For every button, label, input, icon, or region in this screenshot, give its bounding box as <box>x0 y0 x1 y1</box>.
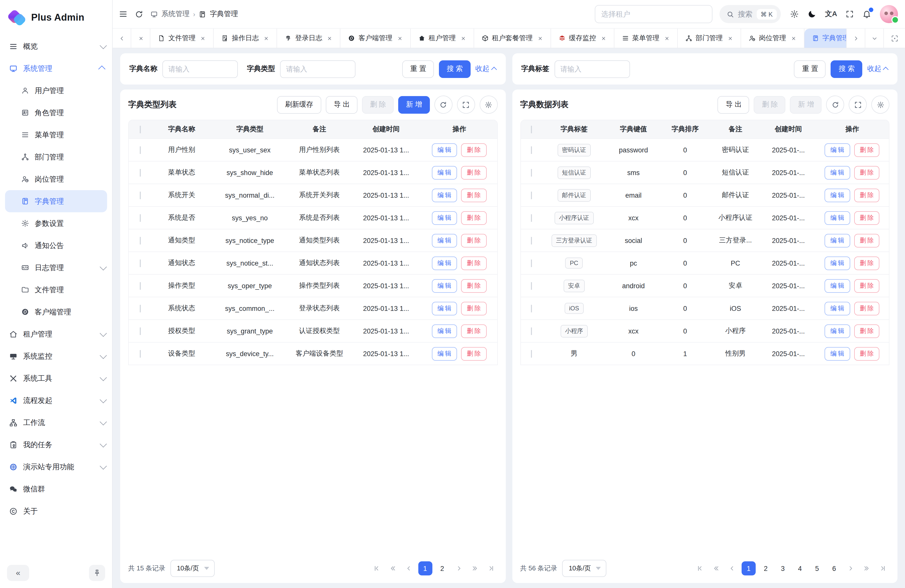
tab-close-icon[interactable] <box>727 35 733 41</box>
tab[interactable]: 操作日志 <box>214 29 277 48</box>
sidebar-collapse-button[interactable]: « <box>7 565 29 581</box>
row-checkbox[interactable] <box>531 282 532 289</box>
tab[interactable]: 部门管理 <box>678 29 741 48</box>
search-button[interactable]: 搜索 <box>439 60 470 78</box>
tab-close-icon[interactable] <box>600 35 606 41</box>
sidebar-item[interactable]: 租户管理 <box>0 323 112 345</box>
delete-button[interactable]: 删除 <box>461 279 487 292</box>
column-settings-gear-icon[interactable] <box>871 95 889 114</box>
sidebar-item[interactable]: 关于 <box>0 500 112 522</box>
toolbar-button[interactable]: 新增 <box>398 96 430 113</box>
delete-button[interactable]: 删除 <box>461 324 487 338</box>
delete-button[interactable]: 删除 <box>854 279 880 292</box>
page-size-select[interactable]: 10条/页 <box>170 560 214 577</box>
row-checkbox[interactable] <box>140 146 141 154</box>
tab-close-icon[interactable] <box>200 35 206 41</box>
sidebar-item[interactable]: 我的任务 <box>0 434 112 456</box>
page-number[interactable]: 5 <box>810 561 824 575</box>
delete-button[interactable]: 删除 <box>854 188 880 202</box>
settings-gear-icon[interactable] <box>790 10 799 19</box>
row-checkbox[interactable] <box>531 237 532 244</box>
expand-icon[interactable] <box>849 95 867 114</box>
tabs-scroll-right-icon[interactable] <box>846 29 865 48</box>
delete-button[interactable]: 删除 <box>854 302 880 315</box>
tab[interactable]: 客户端管理 <box>340 29 411 48</box>
delete-button[interactable]: 删除 <box>461 347 487 361</box>
sidebar-item[interactable]: 角色管理 <box>0 102 112 124</box>
row-checkbox[interactable] <box>531 259 532 267</box>
tabs-scroll-left-icon[interactable] <box>113 29 131 48</box>
reset-button[interactable]: 重置 <box>402 60 434 78</box>
collapse-filter-link[interactable]: 收起 <box>475 64 497 73</box>
toolbar-button[interactable]: 导出 <box>326 96 357 113</box>
toolbar-button[interactable]: 刷新缓存 <box>277 96 321 113</box>
tab[interactable]: 文件管理 <box>150 29 214 48</box>
edit-button[interactable]: 编辑 <box>432 279 457 292</box>
row-checkbox[interactable] <box>531 327 532 335</box>
edit-button[interactable]: 编辑 <box>825 234 850 247</box>
sidebar-item[interactable]: 系统管理 <box>0 57 112 79</box>
sidebar-item[interactable]: 流程发起 <box>0 389 112 412</box>
sidebar-item[interactable]: 演示站专用功能 <box>0 456 112 478</box>
delete-button[interactable]: 删除 <box>461 188 487 202</box>
delete-button[interactable]: 删除 <box>854 347 880 361</box>
edit-button[interactable]: 编辑 <box>432 256 457 270</box>
row-checkbox[interactable] <box>140 259 141 267</box>
menu-toggle-icon[interactable] <box>119 10 128 19</box>
edit-button[interactable]: 编辑 <box>825 347 850 361</box>
next-page-icon[interactable] <box>844 562 857 575</box>
toolbar-button[interactable]: 新增 <box>790 96 822 113</box>
edit-button[interactable]: 编辑 <box>825 166 850 179</box>
row-checkbox[interactable] <box>140 305 141 312</box>
dict-type-input[interactable] <box>280 60 356 78</box>
row-checkbox[interactable] <box>140 169 141 176</box>
row-checkbox[interactable] <box>531 305 532 312</box>
delete-button[interactable]: 删除 <box>461 166 487 179</box>
row-checkbox[interactable] <box>531 191 532 199</box>
next-group-icon[interactable] <box>468 562 481 575</box>
breadcrumb-item[interactable]: 系统管理 <box>161 10 189 19</box>
sidebar-item[interactable]: 工作流 <box>0 412 112 434</box>
reset-button[interactable]: 重置 <box>794 60 826 78</box>
sidebar-item[interactable]: 微信群 <box>0 478 112 500</box>
user-avatar[interactable] <box>880 5 898 23</box>
fullscreen-icon[interactable] <box>846 10 854 18</box>
prev-page-icon[interactable] <box>726 562 738 575</box>
delete-button[interactable]: 删除 <box>854 234 880 247</box>
sidebar-item[interactable]: 概览 <box>0 35 112 57</box>
edit-button[interactable]: 编辑 <box>825 279 850 292</box>
tab-close-icon[interactable] <box>664 35 670 41</box>
refresh-icon[interactable] <box>434 95 452 114</box>
prev-group-icon[interactable] <box>386 562 399 575</box>
page-number[interactable]: 2 <box>435 561 449 575</box>
last-page-icon[interactable] <box>484 562 497 575</box>
sidebar-item[interactable]: 参数设置 <box>0 212 112 234</box>
tab-close-icon[interactable] <box>791 35 796 41</box>
tab-close-icon[interactable] <box>537 35 543 41</box>
edit-button[interactable]: 编辑 <box>432 324 457 338</box>
sidebar-item[interactable]: 日志管理 <box>0 256 112 279</box>
select-all-checkbox[interactable] <box>140 126 141 133</box>
row-checkbox[interactable] <box>140 350 141 358</box>
delete-button[interactable]: 删除 <box>854 166 880 179</box>
first-page-icon[interactable] <box>370 562 383 575</box>
brand[interactable]: Plus Admin <box>0 0 112 32</box>
delete-button[interactable]: 删除 <box>854 256 880 270</box>
content-fullscreen-icon[interactable] <box>883 29 905 48</box>
row-checkbox[interactable] <box>140 237 141 244</box>
page-number[interactable]: 3 <box>776 561 790 575</box>
edit-button[interactable]: 编辑 <box>825 302 850 315</box>
edit-button[interactable]: 编辑 <box>432 166 457 179</box>
page-number[interactable]: 6 <box>827 561 841 575</box>
notifications-bell-icon[interactable] <box>862 10 871 19</box>
sidebar-item[interactable]: 部门管理 <box>0 146 112 168</box>
delete-button[interactable]: 删除 <box>854 211 880 224</box>
tab[interactable]: 租户套餐管理 <box>474 29 551 48</box>
row-checkbox[interactable] <box>140 282 141 289</box>
prev-page-icon[interactable] <box>402 562 415 575</box>
dict-tag-input[interactable] <box>554 60 630 78</box>
refresh-icon[interactable] <box>135 10 143 18</box>
refresh-icon[interactable] <box>826 95 844 114</box>
edit-button[interactable]: 编辑 <box>825 143 850 157</box>
delete-button[interactable]: 删除 <box>461 211 487 224</box>
